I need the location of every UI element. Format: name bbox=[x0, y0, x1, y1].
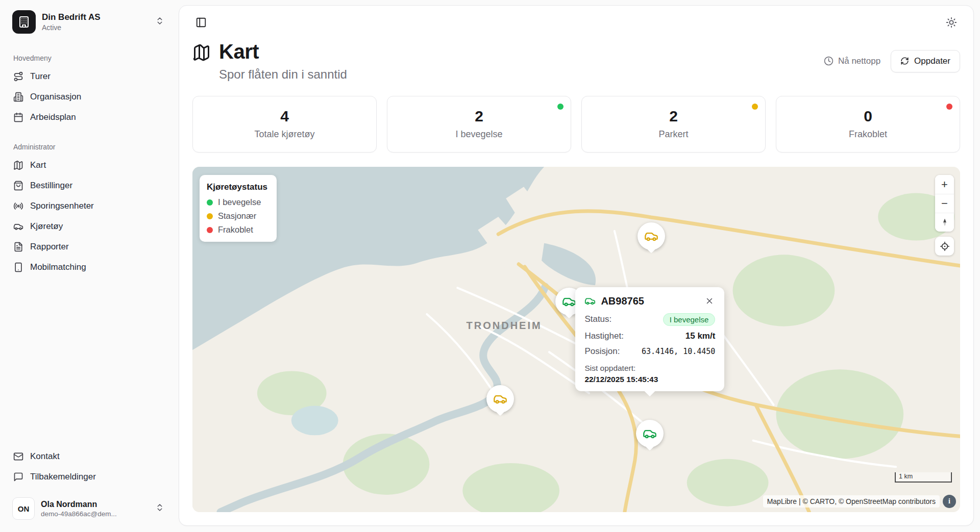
status-dot-red bbox=[207, 227, 213, 233]
compass-button[interactable] bbox=[935, 213, 954, 232]
sidebar-item-kontakt[interactable]: Kontakt bbox=[8, 446, 168, 467]
section-hovedmeny: Hovedmeny bbox=[13, 54, 168, 62]
avatar: ON bbox=[12, 497, 35, 520]
car-icon bbox=[562, 294, 576, 309]
map-canvas[interactable]: TRONDHEIM Kjøretøystatus I bevegelse Sta… bbox=[192, 167, 960, 512]
status-dot-yellow bbox=[207, 213, 213, 219]
car-icon bbox=[13, 221, 23, 232]
stat-label: I bevegelse bbox=[393, 129, 566, 140]
sidebar-item-label: Kjøretøy bbox=[30, 221, 63, 232]
status-dot-yellow bbox=[752, 104, 758, 110]
compass-needle-icon bbox=[940, 217, 950, 227]
stat-value: 2 bbox=[587, 108, 760, 125]
vehicle-marker-stationary[interactable] bbox=[638, 222, 665, 250]
car-icon bbox=[493, 392, 507, 406]
sidebar-item-tilbakemeldinger[interactable]: Tilbakemeldinger bbox=[8, 467, 168, 487]
locate-button[interactable] bbox=[935, 237, 954, 256]
zoom-out-button[interactable]: − bbox=[935, 194, 954, 213]
content-card: Kart Spor flåten din i sanntid Nå nettop… bbox=[179, 5, 974, 526]
shopping-bag-icon bbox=[13, 181, 23, 191]
legend-title: Kjøretøystatus bbox=[207, 182, 267, 192]
stat-offline: 0 Frakoblet bbox=[776, 96, 960, 153]
sidebar-item-kart[interactable]: Kart bbox=[8, 155, 168, 175]
legend-item-stationary: Stasjonær bbox=[207, 211, 267, 221]
mail-icon bbox=[13, 451, 23, 462]
company-name: Din Bedrift AS bbox=[42, 12, 149, 22]
page-title: Kart bbox=[219, 40, 347, 63]
info-icon[interactable]: i bbox=[943, 495, 956, 508]
attribution-text: MapLibre | © CARTO, © OpenStreetMap cont… bbox=[763, 495, 940, 508]
page-header: Kart Spor flåten din i sanntid Nå nettop… bbox=[192, 40, 960, 82]
zoom-in-button[interactable]: + bbox=[935, 175, 954, 194]
legend-item-offline: Frakoblet bbox=[207, 225, 267, 235]
user-email: demo-49a866ac@dem... bbox=[41, 510, 135, 518]
refresh-label: Oppdater bbox=[914, 56, 950, 66]
building-icon bbox=[18, 16, 30, 28]
sidebar-item-arbeidsplan[interactable]: Arbeidsplan bbox=[8, 107, 168, 128]
close-icon bbox=[705, 296, 714, 306]
app-root: Din Bedrift AS Active Hovedmeny Turer Or… bbox=[0, 0, 980, 532]
refresh-button[interactable]: Oppdater bbox=[891, 50, 960, 72]
sidebar-item-bestillinger[interactable]: Bestillinger bbox=[8, 175, 168, 196]
status-dot-green bbox=[557, 104, 564, 110]
updated-label: Sist oppdatert: bbox=[584, 364, 715, 373]
stat-label: Frakoblet bbox=[781, 129, 954, 140]
sidebar-item-label: Sporingsenheter bbox=[30, 201, 94, 211]
route-icon bbox=[13, 71, 23, 82]
sidebar-item-organisasjon[interactable]: Organisasjon bbox=[8, 87, 168, 107]
message-square-icon bbox=[13, 472, 23, 482]
company-status: Active bbox=[42, 23, 149, 32]
panel-left-icon bbox=[195, 17, 207, 28]
popup-close-button[interactable] bbox=[704, 295, 715, 307]
sidebar-item-kjoretoy[interactable]: Kjøretøy bbox=[8, 216, 168, 237]
stat-parked: 2 Parkert bbox=[581, 96, 766, 153]
stat-total-vehicles: 4 Totale kjøretøy bbox=[192, 96, 377, 153]
theme-toggle-button[interactable] bbox=[943, 14, 960, 31]
user-name: Ola Nordmann bbox=[41, 500, 149, 509]
sidebar-item-label: Arbeidsplan bbox=[30, 112, 76, 122]
car-icon bbox=[584, 295, 596, 307]
vehicle-marker-selected[interactable] bbox=[636, 420, 664, 447]
vehicle-popup: AB98765 Status: I bevegelse Hastighet: 1… bbox=[575, 287, 724, 391]
map-controls: + − bbox=[935, 175, 954, 256]
clock-icon bbox=[824, 56, 834, 66]
speed-value: 15 km/t bbox=[685, 331, 716, 341]
stat-label: Totale kjøretøy bbox=[198, 129, 371, 140]
sidebar: Din Bedrift AS Active Hovedmeny Turer Or… bbox=[0, 0, 177, 532]
popup-row-speed: Hastighet: 15 km/t bbox=[584, 331, 715, 341]
sidebar-item-label: Organisasjon bbox=[30, 92, 81, 102]
sidebar-item-label: Tilbakemeldinger bbox=[30, 472, 96, 482]
sidebar-item-mobilmatching[interactable]: Mobilmatching bbox=[8, 257, 168, 277]
vehicle-marker-stationary[interactable] bbox=[486, 385, 514, 413]
topbar bbox=[192, 14, 960, 31]
map-icon bbox=[13, 160, 23, 170]
sidebar-item-label: Turer bbox=[30, 71, 51, 82]
updated-value: 22/12/2025 15:45:43 bbox=[584, 375, 715, 384]
sidebar-item-label: Rapporter bbox=[30, 242, 69, 252]
company-logo bbox=[12, 10, 36, 34]
company-switcher[interactable]: Din Bedrift AS Active bbox=[8, 7, 168, 37]
sidebar-item-sporingsenheter[interactable]: Sporingsenheter bbox=[8, 196, 168, 216]
building-icon bbox=[13, 92, 23, 102]
refresh-icon bbox=[900, 57, 909, 65]
city-label: TRONDHEIM bbox=[467, 320, 542, 332]
stat-value: 2 bbox=[393, 108, 566, 125]
sidebar-toggle-button[interactable] bbox=[192, 14, 210, 31]
user-menu[interactable]: ON Ola Nordmann demo-49a866ac@dem... bbox=[8, 494, 168, 523]
popup-row-position: Posisjon: 63.4146, 10.4450 bbox=[584, 346, 715, 357]
map-attribution: MapLibre | © CARTO, © OpenStreetMap cont… bbox=[763, 495, 956, 508]
status-badge: I bevegelse bbox=[663, 313, 716, 326]
sidebar-item-turer[interactable]: Turer bbox=[8, 66, 168, 87]
stat-value: 4 bbox=[198, 108, 371, 125]
chevrons-up-down-icon bbox=[155, 503, 164, 514]
stats-row: 4 Totale kjøretøy 2 I bevegelse 2 Parker… bbox=[192, 96, 960, 153]
popup-row-status: Status: I bevegelse bbox=[584, 313, 715, 326]
sidebar-item-rapporter[interactable]: Rapporter bbox=[8, 237, 168, 257]
last-updated: Nå nettopp bbox=[824, 56, 880, 66]
car-icon bbox=[644, 229, 658, 243]
locate-icon bbox=[940, 241, 950, 251]
sidebar-item-label: Kontakt bbox=[30, 451, 60, 462]
legend-item-moving: I bevegelse bbox=[207, 197, 267, 207]
sun-icon bbox=[946, 17, 957, 28]
map-legend: Kjøretøystatus I bevegelse Stasjonær Fra… bbox=[200, 175, 277, 242]
